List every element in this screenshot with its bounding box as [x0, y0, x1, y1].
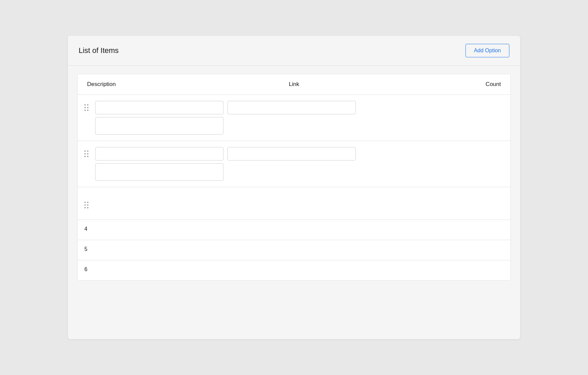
drag-dot [87, 153, 88, 154]
table-row: 6 [78, 260, 510, 280]
drag-dots-bot [84, 110, 91, 111]
description-input[interactable] [95, 147, 223, 161]
inputs-section [95, 101, 504, 135]
row-content [84, 101, 504, 135]
drag-handle[interactable] [84, 147, 91, 157]
page-header: List of Items Add Option [68, 36, 520, 66]
drag-dots-bot [84, 156, 91, 157]
row-label: 5 [84, 246, 87, 252]
drag-dot [84, 156, 86, 157]
drag-dot [87, 202, 88, 203]
main-container: List of Items Add Option Description Lin… [68, 36, 520, 339]
top-inputs [95, 147, 504, 161]
drag-dots-mid [84, 204, 91, 206]
drag-dot [87, 107, 88, 108]
row-label: 6 [84, 266, 87, 272]
drag-dot [84, 204, 86, 206]
link-input[interactable] [228, 101, 356, 114]
table-row [78, 141, 510, 187]
row-label: 4 [84, 226, 87, 232]
empty-row [84, 193, 504, 213]
content-area: Description Link Count [77, 74, 511, 281]
description-input[interactable] [95, 101, 223, 114]
sub-description-input[interactable] [95, 163, 223, 181]
drag-dots-top [84, 150, 91, 152]
table-row [78, 94, 510, 141]
drag-dot [84, 153, 86, 154]
drag-dot [84, 104, 86, 106]
drag-handle[interactable] [84, 198, 91, 208]
drag-dots-mid [84, 153, 91, 154]
sub-description-input[interactable] [95, 117, 223, 135]
drag-dot [87, 104, 88, 106]
page-title: List of Items [79, 46, 119, 55]
drag-dots-bot [84, 207, 91, 208]
inputs-section [95, 147, 504, 181]
column-headers: Description Link Count [78, 74, 510, 94]
drag-dots-top [84, 202, 91, 203]
add-option-button[interactable]: Add Option [465, 44, 509, 57]
row-content [84, 147, 504, 181]
drag-dot [84, 202, 86, 203]
link-input[interactable] [228, 147, 356, 161]
col-header-link: Link [225, 81, 363, 88]
drag-handle[interactable] [84, 101, 91, 111]
col-header-count: Count [363, 81, 501, 88]
top-inputs [95, 101, 504, 114]
drag-dot [84, 150, 86, 152]
col-header-description: Description [87, 81, 225, 88]
drag-dot [87, 207, 88, 208]
table-row: 4 [78, 220, 510, 240]
drag-dot [87, 156, 88, 157]
drag-dot [87, 110, 88, 111]
table-row [78, 187, 510, 220]
drag-dots-top [84, 104, 91, 106]
drag-dot [84, 110, 86, 111]
table-row: 5 [78, 240, 510, 260]
drag-dot [87, 150, 88, 152]
drag-dot [84, 207, 86, 208]
drag-dot [84, 107, 86, 108]
drag-dots-mid [84, 107, 91, 108]
drag-dot [87, 204, 88, 206]
